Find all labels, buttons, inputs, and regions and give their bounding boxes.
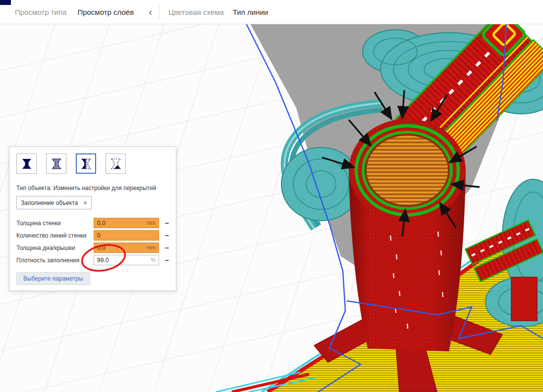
cylinder-top	[349, 119, 466, 222]
remove-setting-button[interactable]: −	[163, 229, 171, 242]
setting-row-top-bottom-thickness: Толщина дна/крышки mm −	[9, 242, 176, 254]
setting-row-infill-density: Плотность заполнения % −	[9, 254, 176, 266]
setting-row-wall-thickness: Толщина стенки mm −	[9, 217, 176, 229]
anti-overhang-icon	[109, 157, 123, 171]
toolbar-divider	[159, 4, 160, 19]
normal-model-button[interactable]	[16, 153, 37, 174]
select-settings-button[interactable]: Выберите параметры	[16, 272, 90, 285]
color-scheme-label: Цветовая схема	[168, 8, 224, 16]
view-type-label: Просмотр типа	[15, 8, 66, 16]
remove-setting-button[interactable]: −	[163, 254, 171, 266]
normal-model-icon	[20, 157, 34, 171]
anti-overhang-button[interactable]	[106, 153, 126, 174]
modify-overlaps-icon	[79, 157, 93, 171]
view-toolbar: Просмотр типа Просмотр слоёв ‹ Цветовая …	[0, 0, 543, 24]
wall-thickness-input[interactable]	[94, 218, 159, 228]
infill-density-input[interactable]	[94, 255, 159, 265]
wall-line-count-input[interactable]	[94, 230, 159, 241]
setting-label: Толщина стенки	[16, 220, 94, 227]
layer-view-dropdown[interactable]: Просмотр слоёв	[77, 8, 134, 16]
setting-label: Количество линий стенки	[16, 232, 94, 239]
remove-setting-button[interactable]: −	[163, 217, 171, 229]
setting-rows: Толщина стенки mm − Количество линий сте…	[9, 217, 176, 266]
setting-label: Плотность заполнения	[16, 257, 94, 264]
remove-setting-button[interactable]: −	[163, 242, 171, 254]
mesh-type-dropdown[interactable]: Заполнение объекта ∨	[16, 196, 92, 209]
app-logo	[0, 0, 11, 5]
collapse-chevron-icon[interactable]: ‹	[149, 8, 152, 16]
mesh-type-dropdown-value: Заполнение объекта	[21, 199, 78, 206]
chevron-down-icon: ∨	[83, 199, 87, 206]
setting-label: Толщина дна/крышки	[16, 245, 94, 251]
modify-overlaps-button[interactable]	[76, 153, 96, 174]
print-as-support-button[interactable]	[46, 153, 66, 174]
mesh-type-buttons	[16, 153, 135, 174]
setting-row-wall-line-count: Количество линий стенки −	[9, 229, 176, 242]
per-object-settings-panel: Тип объекта: Изменить настройки для пере…	[9, 147, 176, 291]
print-as-support-icon	[50, 157, 63, 171]
object-type-text: Тип объекта: Изменить настройки для пере…	[16, 185, 171, 192]
top-bottom-thickness-input[interactable]	[94, 243, 159, 253]
application-window: Просмотр типа Просмотр слоёв ‹ Цветовая …	[0, 0, 543, 392]
line-type-dropdown[interactable]: Тип линии	[233, 8, 268, 16]
